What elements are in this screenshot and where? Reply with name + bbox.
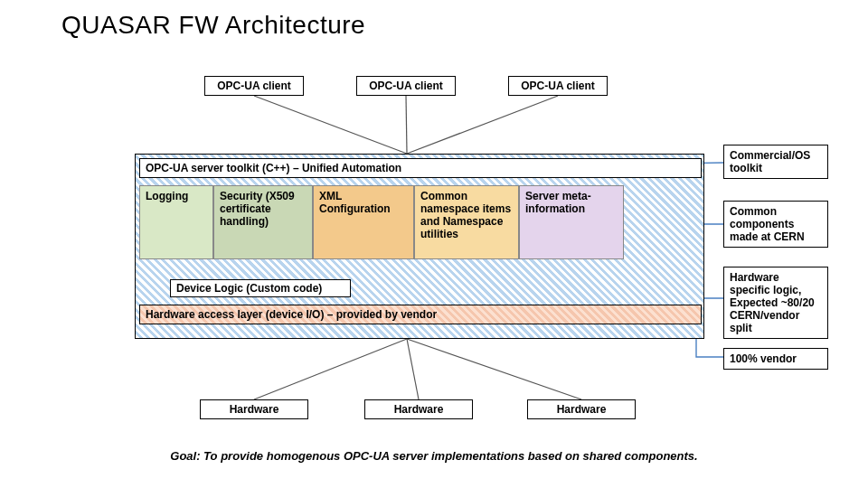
hardware-access-bar: Hardware access layer (device I/O) – pro… [139,305,702,324]
svg-line-2 [407,96,558,154]
component-gap [624,185,702,259]
svg-line-3 [254,339,407,399]
component-meta: Server meta-information [519,185,624,259]
client-box-3: OPC-UA client [508,76,608,96]
device-logic-bar: Device Logic (Custom code) [170,279,351,297]
hardware-box-3: Hardware [527,399,636,419]
slide: QUASAR FW Architecture OPC-UA client OPC… [0,0,868,488]
component-row: Logging Security (X509 certificate handl… [139,185,702,259]
label-hw-logic: Hardware specific logic, Expected ~80/20… [723,267,828,339]
component-security: Security (X509 certificate handling) [213,185,313,259]
client-box-1: OPC-UA client [204,76,304,96]
server-toolkit-bar: OPC-UA server toolkit (C++) – Unified Au… [139,158,702,178]
svg-line-0 [254,96,407,154]
client-box-2: OPC-UA client [356,76,456,96]
svg-line-1 [406,96,407,154]
component-xml: XML Configuration [313,185,414,259]
component-logging: Logging [139,185,213,259]
component-namespace: Common namespace items and Namespace uti… [414,185,519,259]
label-vendor: 100% vendor [723,348,828,370]
hardware-box-1: Hardware [200,399,308,419]
hardware-box-2: Hardware [364,399,473,419]
svg-line-4 [407,339,419,399]
page-title: QUASAR FW Architecture [61,11,365,40]
server-container: OPC-UA server toolkit (C++) – Unified Au… [135,154,704,339]
label-cern: Common components made at CERN [723,201,828,248]
goal-text: Goal: To provide homogenous OPC-UA serve… [0,449,868,463]
label-commercial: Commercial/OS toolkit [723,145,828,179]
svg-line-5 [407,339,581,399]
